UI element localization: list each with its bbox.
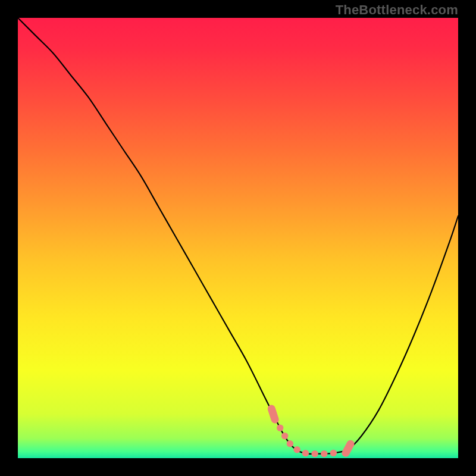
svg-point-8 [330,450,337,456]
valley-highlight [277,424,337,457]
plot-area [18,18,458,458]
svg-point-2 [281,433,288,439]
watermark-text: TheBottleneck.com [336,2,458,18]
svg-rect-9 [267,404,280,424]
chart-frame: TheBottleneck.com [0,0,476,476]
bottleneck-curve [18,18,458,454]
svg-rect-10 [340,439,356,458]
svg-point-4 [293,446,300,453]
svg-point-6 [311,450,318,457]
svg-point-3 [287,440,293,447]
curve-overlay [18,18,458,458]
svg-point-1 [277,424,283,431]
svg-point-5 [302,450,309,456]
svg-point-7 [321,450,327,457]
